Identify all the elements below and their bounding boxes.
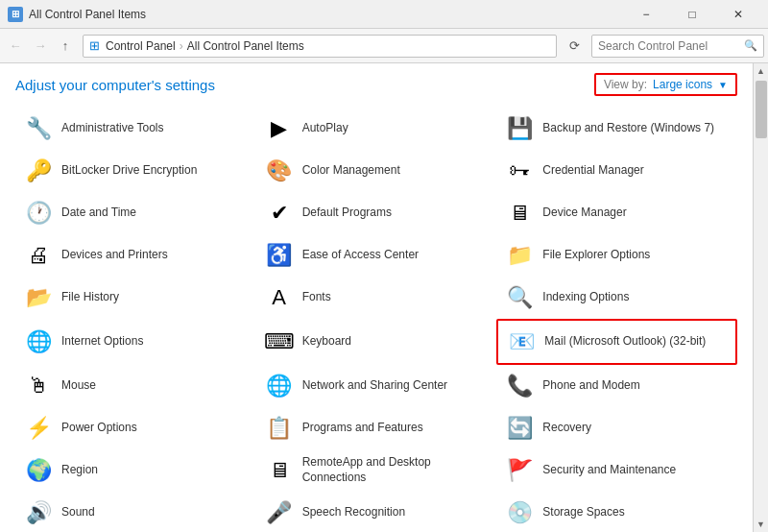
power-options-label: Power Options <box>61 421 137 436</box>
autoplay-label: AutoPlay <box>302 121 348 136</box>
navigation-bar: ← → ↑ ⊞ Control Panel › All Control Pane… <box>0 29 768 63</box>
list-item[interactable]: 🔊Sound <box>15 492 256 532</box>
color-management-label: Color Management <box>302 163 400 179</box>
back-button[interactable]: ← <box>4 35 27 58</box>
search-input[interactable] <box>598 39 744 53</box>
region-label: Region <box>61 463 98 478</box>
breadcrumb-part2: All Control Panel Items <box>187 39 304 53</box>
content-area: Adjust your computer's settings View by:… <box>0 63 768 532</box>
bitlocker-label: BitLocker Drive Encryption <box>61 163 197 179</box>
breadcrumb-separator: › <box>180 39 183 53</box>
refresh-button[interactable]: ⟳ <box>563 35 586 58</box>
maximize-button[interactable]: □ <box>670 0 714 29</box>
programs-features-label: Programs and Features <box>302 421 423 436</box>
remoteapp-icon: 🖥 <box>264 455 295 486</box>
list-item[interactable]: 🌍Region <box>15 449 256 492</box>
scroll-thumb[interactable] <box>756 81 767 138</box>
list-item[interactable]: 📂File History <box>15 277 256 319</box>
mail-label: Mail (Microsoft Outlook) (32-bit) <box>544 334 706 350</box>
list-item[interactable]: 📞Phone and Modem <box>496 365 737 407</box>
network-sharing-label: Network and Sharing Center <box>302 378 447 394</box>
ease-of-access-label: Ease of Access Center <box>302 248 419 263</box>
breadcrumb-part1: Control Panel <box>106 39 176 53</box>
list-item[interactable]: 💾Backup and Restore (Windows 7) <box>496 108 737 150</box>
mail-icon: 📧 <box>506 326 537 357</box>
default-programs-label: Default Programs <box>302 206 392 221</box>
view-by-control[interactable]: View by: Large icons ▼ <box>594 73 737 96</box>
list-item[interactable]: ♿Ease of Access Center <box>256 234 497 277</box>
view-by-label: View by: <box>604 78 647 91</box>
security-maintenance-label: Security and Maintenance <box>542 463 676 478</box>
sound-icon: 🔊 <box>23 497 54 528</box>
list-item[interactable]: ✔Default Programs <box>256 192 497 234</box>
list-item[interactable]: AFonts <box>256 277 497 319</box>
file-explorer-options-label: File Explorer Options <box>542 248 650 263</box>
list-item[interactable]: 🖥RemoteApp and Desktop Connections <box>256 449 497 492</box>
view-by-value: Large icons <box>653 78 712 91</box>
up-button[interactable]: ↑ <box>54 35 77 58</box>
mouse-icon: 🖱 <box>23 371 54 401</box>
list-item[interactable]: 🕐Date and Time <box>15 192 256 234</box>
list-item[interactable]: 💿Storage Spaces <box>496 492 737 532</box>
device-manager-label: Device Manager <box>542 206 626 221</box>
security-maintenance-icon: 🚩 <box>504 455 535 486</box>
sound-label: Sound <box>61 505 95 520</box>
bitlocker-icon: 🔑 <box>23 156 54 186</box>
main-content: Adjust your computer's settings View by:… <box>0 63 753 532</box>
list-item[interactable]: 🎨Color Management <box>256 150 497 192</box>
indexing-options-icon: 🔍 <box>504 282 535 313</box>
fonts-icon: A <box>264 282 295 313</box>
color-management-icon: 🎨 <box>264 156 295 186</box>
default-programs-icon: ✔ <box>264 198 295 229</box>
list-item[interactable]: ⚡Power Options <box>15 407 256 449</box>
phone-modem-icon: 📞 <box>504 371 535 401</box>
date-time-label: Date and Time <box>61 206 136 221</box>
list-item[interactable]: 🎤Speech Recognition <box>256 492 497 532</box>
list-item[interactable]: 🗝Credential Manager <box>496 150 737 192</box>
keyboard-label: Keyboard <box>302 334 351 350</box>
list-item[interactable]: 🔄Recovery <box>496 407 737 449</box>
fonts-label: Fonts <box>302 290 331 305</box>
list-item[interactable]: ⌨Keyboard <box>256 319 497 365</box>
address-bar-icon: ⊞ <box>89 38 100 53</box>
date-time-icon: 🕐 <box>23 198 54 229</box>
list-item[interactable]: ▶AutoPlay <box>256 108 497 150</box>
recovery-label: Recovery <box>542 421 591 436</box>
list-item[interactable]: 🔧Administrative Tools <box>15 108 256 150</box>
list-item[interactable]: 🖥Device Manager <box>496 192 737 234</box>
list-item[interactable]: 🌐Network and Sharing Center <box>256 365 497 407</box>
list-item[interactable]: 🖨Devices and Printers <box>15 234 256 277</box>
internet-options-icon: 🌐 <box>23 326 54 357</box>
indexing-options-label: Indexing Options <box>542 290 629 305</box>
close-button[interactable]: ✕ <box>716 0 760 29</box>
address-bar[interactable]: ⊞ Control Panel › All Control Panel Item… <box>83 35 557 58</box>
list-item[interactable]: 🖱Mouse <box>15 365 256 407</box>
scrollbar: ▲ ▼ <box>753 63 768 532</box>
list-item[interactable]: 🔍Indexing Options <box>496 277 737 319</box>
title-bar: ⊞ All Control Panel Items − □ ✕ <box>0 0 768 29</box>
forward-button[interactable]: → <box>29 35 52 58</box>
mouse-label: Mouse <box>61 378 96 394</box>
speech-recognition-icon: 🎤 <box>264 497 295 528</box>
internet-options-label: Internet Options <box>61 334 143 350</box>
list-item[interactable]: 📧Mail (Microsoft Outlook) (32-bit) <box>496 319 737 365</box>
list-item[interactable]: 🌐Internet Options <box>15 319 256 365</box>
search-bar[interactable]: 🔍 <box>591 35 764 58</box>
backup-restore-label: Backup and Restore (Windows 7) <box>542 121 714 136</box>
region-icon: 🌍 <box>23 455 54 486</box>
breadcrumb: Control Panel › All Control Panel Items <box>106 39 550 53</box>
phone-modem-label: Phone and Modem <box>542 378 639 394</box>
programs-features-icon: 📋 <box>264 413 295 444</box>
scroll-up-button[interactable]: ▲ <box>754 63 769 79</box>
list-item[interactable]: 🚩Security and Maintenance <box>496 449 737 492</box>
network-sharing-icon: 🌐 <box>264 371 295 401</box>
list-item[interactable]: 📋Programs and Features <box>256 407 497 449</box>
devices-printers-label: Devices and Printers <box>61 248 168 263</box>
scroll-down-button[interactable]: ▼ <box>754 517 769 532</box>
autoplay-icon: ▶ <box>264 113 295 144</box>
devices-printers-icon: 🖨 <box>23 240 54 271</box>
list-item[interactable]: 📁File Explorer Options <box>496 234 737 277</box>
minimize-button[interactable]: − <box>624 0 668 29</box>
power-options-icon: ⚡ <box>23 413 54 444</box>
list-item[interactable]: 🔑BitLocker Drive Encryption <box>15 150 256 192</box>
